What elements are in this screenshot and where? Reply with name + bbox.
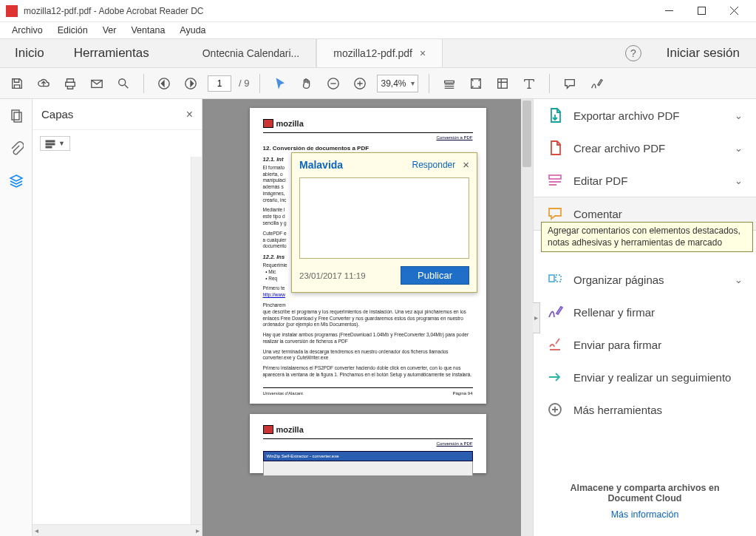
document-viewport[interactable]: mozilla Conversión a PDF 12. Conversión … (202, 99, 533, 536)
panel-close-icon[interactable]: × (186, 108, 193, 121)
tool-send-sign[interactable]: Enviar para firmar (534, 328, 756, 361)
fill-sign-icon (547, 304, 563, 320)
comment-publish-button[interactable]: Publicar (401, 266, 469, 285)
svg-point-2 (119, 78, 126, 85)
zoom-value: 39,4% (381, 78, 406, 89)
pdf-page-2: mozilla Conversión a PDF WinZip Self-Ext… (250, 414, 486, 473)
fit-page-icon[interactable] (466, 74, 486, 93)
mozilla-logo-icon (263, 119, 273, 128)
zoom-out-icon[interactable] (324, 74, 343, 93)
tool-export-pdf[interactable]: Exportar archivo PDF ⌄ (534, 99, 756, 132)
svg-rect-12 (46, 143, 55, 145)
comment-close-icon[interactable]: × (463, 158, 469, 171)
tools-panel: ▸ Exportar archivo PDF ⌄ Crear archivo P… (533, 99, 756, 536)
tool-organize-pages[interactable]: Organizar páginas ⌄ (534, 263, 756, 296)
minimize-button[interactable] (653, 1, 685, 21)
read-mode-icon[interactable] (520, 74, 539, 93)
tool-edit-pdf[interactable]: Editar PDF ⌄ (534, 164, 756, 197)
brand-label: mozilla (276, 424, 304, 435)
scroll-down-icon[interactable]: ▾ (193, 503, 200, 511)
svg-rect-10 (14, 112, 21, 122)
doc-tab-2[interactable]: mozilla12-pdf.pdf × (316, 39, 443, 67)
svg-rect-13 (46, 146, 52, 148)
promo-title: Almacene y comparta archivos en Document… (556, 483, 734, 503)
save-icon[interactable] (7, 74, 27, 93)
doc-tab-1[interactable]: Ontecnia Calendari... (186, 39, 317, 67)
title-bar: mozilla12-pdf.pdf - Adobe Acrobat Reader… (0, 0, 756, 22)
chevron-down-icon: ⌄ (735, 143, 743, 154)
tab-herramientas[interactable]: Herramientas (59, 39, 164, 67)
comment-textarea[interactable] (299, 177, 469, 259)
menu-ayuda[interactable]: Ayuda (174, 24, 211, 37)
comment-author: Malavida (299, 159, 412, 171)
tool-more-tools[interactable]: Más herramientas (534, 393, 756, 426)
footer-right: Página 94 (452, 390, 472, 396)
footer-left: Universitat d'Alacant (263, 390, 304, 396)
thumbnails-icon[interactable] (7, 106, 26, 126)
hand-icon[interactable] (297, 74, 316, 93)
fit-width-icon[interactable] (440, 74, 459, 93)
zoom-select[interactable]: 39,4% (377, 75, 418, 92)
svg-rect-0 (698, 7, 705, 15)
comment-reply-link[interactable]: Responder (412, 160, 456, 170)
close-button[interactable] (718, 1, 750, 21)
page-number-input[interactable] (208, 75, 231, 92)
menu-edicion[interactable]: Edición (52, 24, 94, 37)
menu-archivo[interactable]: Archivo (6, 24, 49, 37)
svg-rect-11 (46, 140, 55, 142)
tool-send-track[interactable]: Enviar y realizar un seguimiento (534, 361, 756, 393)
chevron-down-icon: ⌄ (735, 274, 743, 285)
svg-rect-9 (12, 110, 19, 120)
help-icon[interactable]: ? (625, 45, 641, 61)
left-nav-rail (0, 99, 33, 536)
send-sign-icon (547, 336, 563, 353)
svg-rect-15 (549, 275, 554, 282)
search-icon[interactable] (114, 74, 133, 93)
menu-ver[interactable]: Ver (97, 24, 123, 37)
panel-collapse-handle[interactable]: ▸ (533, 302, 540, 333)
svg-rect-16 (556, 275, 561, 282)
panel-hscroll[interactable]: ◂▸ (33, 524, 202, 536)
app-icon (6, 5, 18, 17)
chevron-down-icon: ⌄ (735, 175, 743, 186)
promo-link[interactable]: Más información (611, 509, 679, 520)
brand-label: mozilla (276, 118, 304, 129)
doc-vscroll[interactable] (521, 99, 533, 536)
menu-ventana[interactable]: Ventana (125, 24, 171, 37)
cloud-promo: Almacene y comparta archivos en Document… (534, 472, 756, 536)
tool-create-pdf[interactable]: Crear archivo PDF ⌄ (534, 132, 756, 164)
comment-icon[interactable] (560, 74, 579, 93)
panel-title: Capas (41, 108, 186, 121)
export-pdf-icon (547, 107, 563, 123)
prev-page-icon[interactable] (154, 74, 174, 93)
layers-icon[interactable] (7, 172, 26, 191)
edit-pdf-icon (547, 172, 563, 189)
doc-tab-1-label: Ontecnia Calendari... (202, 47, 300, 59)
fullscreen-icon[interactable] (493, 74, 512, 93)
maximize-button[interactable] (685, 1, 718, 21)
email-icon[interactable] (87, 74, 106, 93)
more-tools-icon (547, 401, 563, 418)
close-tab-icon[interactable]: × (420, 47, 426, 59)
pointer-icon[interactable] (270, 74, 290, 93)
conv-link: Conversión a PDF (263, 441, 473, 447)
print-icon[interactable] (61, 74, 80, 93)
comment-date: 23/01/2017 11:19 (299, 271, 401, 280)
attachments-icon[interactable] (7, 139, 26, 158)
toolbar: / 9 39,4% (0, 68, 756, 99)
zoom-in-icon[interactable] (350, 74, 370, 93)
tab-inicio[interactable]: Inicio (0, 39, 59, 67)
cloud-icon[interactable] (34, 74, 53, 93)
chevron-down-icon: ⌄ (735, 110, 743, 121)
signin-button[interactable]: Iniciar sesión (650, 39, 756, 67)
comment-tool-icon (547, 206, 563, 222)
tool-fill-sign[interactable]: Rellenar y firmar (534, 296, 756, 328)
main-tab-bar: Inicio Herramientas Ontecnia Calendari..… (0, 38, 756, 68)
next-page-icon[interactable] (181, 74, 200, 93)
panel-options-button[interactable]: ▼ (40, 136, 70, 151)
comment-popup: Malavida Responder × 23/01/2017 11:19 Pu… (291, 152, 477, 293)
tooltip: Agregar comentarios con elementos destac… (541, 222, 753, 252)
scroll-up-icon[interactable]: ▴ (193, 158, 200, 166)
doc-tab-2-label: mozilla12-pdf.pdf (333, 47, 412, 59)
sign-icon[interactable] (587, 74, 606, 93)
